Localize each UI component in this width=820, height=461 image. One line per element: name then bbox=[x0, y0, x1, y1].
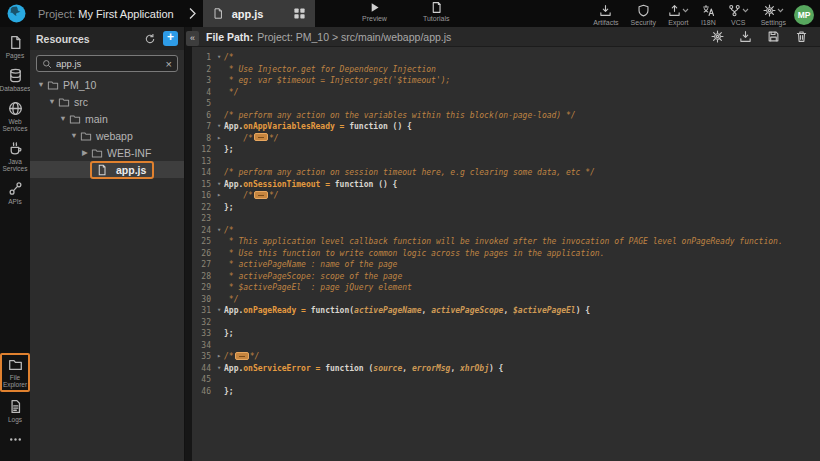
fold-closed-icon[interactable]: ▸ bbox=[214, 133, 224, 145]
line-number: 6 bbox=[192, 110, 214, 122]
add-resource-button[interactable]: + bbox=[163, 31, 178, 46]
folded-code-badge[interactable] bbox=[254, 133, 268, 141]
avatar[interactable]: MP bbox=[794, 5, 814, 25]
topbar-tool-artifacts[interactable]: Artifacts bbox=[593, 3, 618, 26]
search-input[interactable] bbox=[56, 58, 162, 69]
chevron-down-icon[interactable]: ▼ bbox=[69, 131, 79, 140]
clear-search-icon[interactable]: × bbox=[166, 59, 172, 69]
folded-code-badge[interactable] bbox=[254, 191, 268, 199]
code-line[interactable]: 15▾App.onSessionTimeout = function () { bbox=[192, 179, 820, 191]
fold-closed-icon[interactable]: ▸ bbox=[214, 190, 224, 202]
app-logo-icon[interactable] bbox=[0, 0, 32, 27]
topbar-action-preview[interactable]: Preview bbox=[362, 1, 387, 22]
project-name[interactable]: My First Application bbox=[78, 8, 173, 20]
refresh-icon[interactable] bbox=[144, 33, 156, 45]
code-line[interactable]: 25 * This application level callback fun… bbox=[192, 236, 820, 248]
code-line[interactable]: 1▾/* bbox=[192, 52, 820, 64]
code-line[interactable]: 16▸ /**/ bbox=[192, 190, 820, 202]
code-line[interactable]: 33}; bbox=[192, 328, 820, 340]
tree-item-src[interactable]: ▼src bbox=[30, 93, 184, 110]
token: */ bbox=[224, 88, 238, 97]
code-line[interactable]: 5 bbox=[192, 98, 820, 110]
tree-item-webapp[interactable]: ▼webapp bbox=[30, 127, 184, 144]
sidebar-item-more[interactable] bbox=[0, 432, 30, 447]
sidebar-item-databases[interactable]: Databases bbox=[0, 68, 30, 92]
topbar-tool-i18n[interactable]: I18N bbox=[701, 3, 716, 26]
topbar-action-tutorials[interactable]: Tutorials bbox=[423, 1, 450, 22]
code-line[interactable]: 35▸/**/ bbox=[192, 351, 820, 363]
token: ( bbox=[364, 364, 374, 373]
code-text: /**/ bbox=[224, 190, 279, 202]
collapse-panel-button[interactable]: « bbox=[186, 31, 199, 46]
code-line[interactable]: 46}; bbox=[192, 386, 820, 398]
token: () { bbox=[373, 180, 397, 189]
save-icon[interactable] bbox=[767, 30, 780, 43]
code-line[interactable]: 6/* perform any action on the variables … bbox=[192, 110, 820, 122]
token: function bbox=[349, 122, 388, 131]
fold-open-icon[interactable]: ▾ bbox=[214, 179, 224, 191]
code-line[interactable]: 45 bbox=[192, 374, 820, 386]
sidebar-item-web-services[interactable]: Web Services bbox=[0, 101, 30, 132]
chevron-down-icon[interactable]: ▼ bbox=[36, 80, 46, 89]
gear-icon[interactable] bbox=[711, 30, 724, 43]
code-line[interactable]: 7▾App.onAppVariablesReady = function () … bbox=[192, 121, 820, 133]
fold-closed-icon[interactable]: ▸ bbox=[214, 351, 224, 363]
tab-appjs[interactable]: app.js bbox=[203, 0, 315, 27]
fold-open-icon[interactable]: ▾ bbox=[214, 225, 224, 237]
sidebar-item-java-services[interactable]: Java Services bbox=[0, 141, 30, 172]
topbar-tool-vcs[interactable]: VCS bbox=[728, 3, 749, 26]
sidebar-item-pages[interactable]: Pages bbox=[0, 35, 30, 59]
tree-item-web-inf[interactable]: ▶WEB-INF bbox=[30, 144, 184, 161]
code-line[interactable]: 13 bbox=[192, 156, 820, 168]
sidebar-item-logs[interactable]: Logs bbox=[0, 399, 30, 423]
fold-open-icon[interactable]: ▾ bbox=[214, 363, 224, 375]
fold-open-icon[interactable]: ▾ bbox=[214, 121, 224, 133]
code-line[interactable]: 32 bbox=[192, 317, 820, 329]
tree-item-app-js[interactable]: app.js bbox=[30, 161, 184, 178]
code-line[interactable]: 28 * activePageScope: scope of the page bbox=[192, 271, 820, 283]
search-box: × bbox=[36, 55, 178, 72]
code-line[interactable]: 22}; bbox=[192, 202, 820, 214]
topbar-tool-security[interactable]: Security bbox=[631, 3, 656, 26]
trash-icon[interactable] bbox=[795, 30, 808, 43]
token: /* bbox=[224, 134, 253, 143]
chevron-right-icon[interactable]: ▶ bbox=[80, 148, 90, 157]
code-line[interactable]: 12}; bbox=[192, 144, 820, 156]
code-line[interactable]: 8▸ /**/ bbox=[192, 133, 820, 145]
fold-open-icon[interactable]: ▾ bbox=[214, 52, 224, 64]
download-icon[interactable] bbox=[739, 30, 752, 43]
code-text: /**/ bbox=[224, 351, 259, 363]
code-line[interactable]: 29 * $activePageEl : page jQuery element bbox=[192, 282, 820, 294]
code-line[interactable]: 3 * eg: var $timeout = Injector.get('$ti… bbox=[192, 75, 820, 87]
fold-spacer bbox=[214, 374, 224, 386]
topbar-tool-export[interactable]: Export bbox=[668, 3, 689, 26]
code-text: * eg: var $timeout = Injector.get('$time… bbox=[224, 75, 450, 87]
sidebar-item-file-explorer[interactable]: File Explorer bbox=[0, 353, 30, 392]
code-line[interactable]: 4 */ bbox=[192, 87, 820, 99]
code-line[interactable]: 2 * Use Injector.get for Dependency Inje… bbox=[192, 64, 820, 76]
code-line[interactable]: 23 bbox=[192, 213, 820, 225]
code-line[interactable]: 30 */ bbox=[192, 294, 820, 306]
tree-item-label: webapp bbox=[96, 130, 133, 142]
topbar-tool-settings[interactable]: Settings bbox=[761, 3, 786, 26]
panel-splitter[interactable] bbox=[185, 27, 192, 461]
fold-open-icon[interactable]: ▾ bbox=[214, 305, 224, 317]
grid-icon[interactable] bbox=[293, 7, 306, 20]
code-area[interactable]: 1▾/*2 * Use Injector.get for Dependency … bbox=[192, 47, 820, 461]
code-line[interactable]: 24▾/* bbox=[192, 225, 820, 237]
token: }; bbox=[224, 329, 234, 338]
chevron-down-icon[interactable]: ▼ bbox=[47, 97, 57, 106]
folded-code-badge[interactable] bbox=[235, 352, 249, 360]
token: errorMsg bbox=[412, 364, 451, 373]
chevron-down-icon[interactable]: ▼ bbox=[58, 114, 68, 123]
code-line[interactable]: 34 bbox=[192, 340, 820, 352]
sidebar-item-apis[interactable]: APIs bbox=[0, 181, 30, 205]
code-line[interactable]: 14/* perform any action on session timeo… bbox=[192, 167, 820, 179]
code-line[interactable]: 31▾App.onPageReady = function(activePage… bbox=[192, 305, 820, 317]
code-line[interactable]: 44▾App.onServiceError = function (source… bbox=[192, 363, 820, 375]
code-line[interactable]: 26 * Use this function to write common l… bbox=[192, 248, 820, 260]
line-number: 5 bbox=[192, 98, 214, 110]
tree-item-main[interactable]: ▼main bbox=[30, 110, 184, 127]
code-line[interactable]: 27 * activePageName : name of the page bbox=[192, 259, 820, 271]
tree-item-pm-10[interactable]: ▼PM_10 bbox=[30, 76, 184, 93]
